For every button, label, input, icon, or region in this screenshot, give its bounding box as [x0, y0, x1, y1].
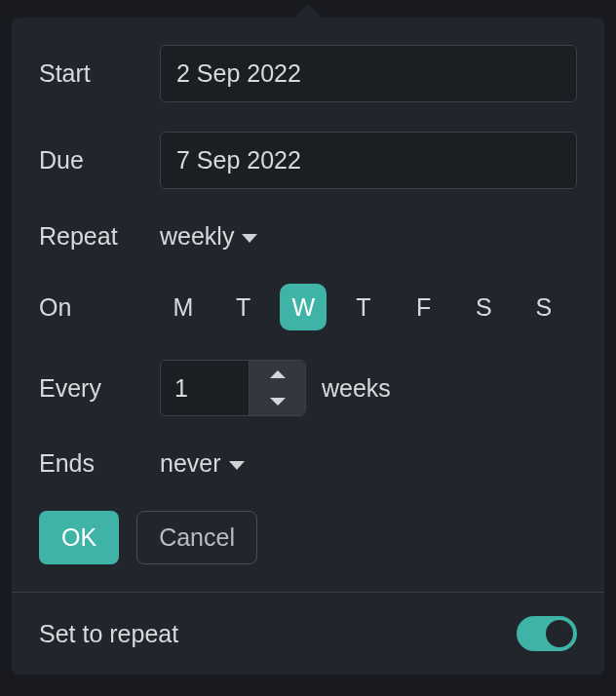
chevron-down-icon — [229, 461, 245, 470]
start-input[interactable] — [160, 45, 577, 102]
stepper-controls — [249, 361, 305, 415]
weekday-picker: M T W T F S S — [160, 284, 577, 330]
start-row: Start — [39, 45, 577, 102]
ends-row: Ends never — [39, 445, 577, 482]
start-label: Start — [39, 59, 160, 88]
on-label: On — [39, 293, 160, 322]
cancel-button[interactable]: Cancel — [136, 511, 257, 564]
ok-button[interactable]: OK — [39, 511, 119, 564]
due-input[interactable] — [160, 132, 577, 189]
chevron-down-icon — [242, 234, 257, 243]
every-input[interactable] — [161, 361, 249, 415]
day-mon[interactable]: M — [160, 284, 207, 330]
action-buttons: OK Cancel — [39, 511, 577, 564]
repeat-label: Repeat — [39, 222, 160, 251]
ends-label: Ends — [39, 449, 160, 478]
day-thu[interactable]: T — [340, 284, 387, 330]
ends-value: never — [160, 449, 221, 478]
day-fri[interactable]: F — [401, 284, 447, 330]
repeat-row: Repeat weekly — [39, 218, 577, 254]
set-to-repeat-label: Set to repeat — [39, 620, 178, 648]
ends-dropdown[interactable]: never — [160, 445, 245, 482]
set-to-repeat-toggle[interactable] — [517, 616, 577, 651]
every-unit: weeks — [322, 374, 391, 403]
on-row: On M T W T F S S — [39, 284, 577, 330]
day-wed[interactable]: W — [280, 284, 327, 330]
every-label: Every — [39, 374, 160, 403]
chevron-down-icon — [270, 398, 286, 406]
due-label: Due — [39, 146, 160, 174]
chevron-up-icon — [270, 370, 286, 378]
step-down-button[interactable] — [250, 388, 305, 415]
every-stepper — [160, 360, 306, 416]
footer-row: Set to repeat — [12, 593, 604, 675]
toggle-knob — [546, 620, 573, 647]
repeat-dropdown[interactable]: weekly — [160, 218, 257, 254]
repeat-value: weekly — [160, 222, 234, 251]
step-up-button[interactable] — [250, 361, 305, 388]
day-sun[interactable]: S — [520, 284, 567, 330]
day-sat[interactable]: S — [460, 284, 507, 330]
due-row: Due — [39, 132, 577, 189]
schedule-popover: Start Due Repeat weekly On M T W T F S S — [12, 18, 604, 675]
day-tue[interactable]: T — [220, 284, 267, 330]
schedule-form: Start Due Repeat weekly On M T W T F S S — [12, 18, 604, 582]
every-row: Every weeks — [39, 360, 577, 416]
